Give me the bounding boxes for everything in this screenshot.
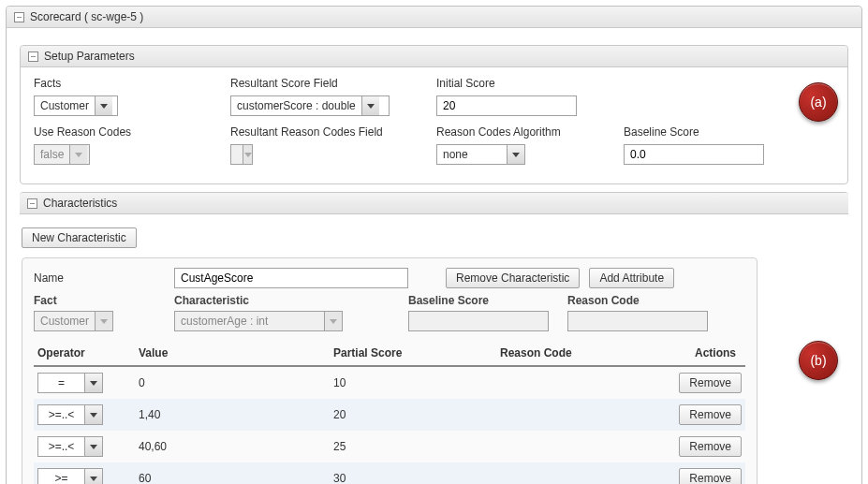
chevron-down-icon <box>84 437 102 456</box>
chevron-down-icon <box>84 405 102 424</box>
char-fact-value: Customer <box>35 312 95 330</box>
char-fact-label: Fact <box>34 294 174 307</box>
initial-score-label: Initial Score <box>436 77 605 90</box>
use-reason-codes-select: false <box>34 144 90 165</box>
operator-value: = <box>38 374 84 392</box>
scorecard-header: – Scorecard ( sc-wge-5 ) <box>7 7 861 28</box>
char-name-label: Name <box>34 271 174 285</box>
operator-select[interactable]: >=..< <box>37 436 103 457</box>
use-reason-codes-value: false <box>35 145 69 164</box>
reason-cell <box>496 462 648 484</box>
reason-algo-value: none <box>437 145 507 164</box>
characteristic-block: Name Remove Characteristic Add Attribute… <box>22 257 758 484</box>
facts-select[interactable]: Customer <box>34 95 118 116</box>
callout-b: (b) <box>799 341 838 380</box>
chevron-down-icon <box>243 145 252 164</box>
facts-label: Facts <box>34 77 212 90</box>
operator-value: >= <box>38 469 84 484</box>
remove-row-button[interactable]: Remove <box>679 404 742 425</box>
collapse-icon[interactable]: – <box>27 198 37 209</box>
value-cell: 0 <box>135 366 330 399</box>
col-reason: Reason Code <box>496 341 648 366</box>
collapse-icon[interactable]: – <box>14 12 24 22</box>
char-name-input[interactable] <box>174 268 408 288</box>
remove-row-button[interactable]: Remove <box>679 468 742 484</box>
value-cell: 1,40 <box>135 399 330 431</box>
chevron-down-icon <box>361 96 379 115</box>
facts-value: Customer <box>35 96 95 115</box>
reason-cell <box>496 366 648 399</box>
table-row: >=6030Remove <box>34 462 745 484</box>
char-char-label: Characteristic <box>174 294 408 307</box>
chevron-down-icon <box>84 469 102 484</box>
char-baseline-label: Baseline Score <box>408 294 567 307</box>
remove-row-button[interactable]: Remove <box>679 436 742 457</box>
callout-a: (a) <box>799 82 838 122</box>
use-reason-codes-label: Use Reason Codes <box>34 125 212 139</box>
char-char-select: customerAge : int <box>174 311 343 331</box>
baseline-label: Baseline Score <box>624 125 773 139</box>
partial-cell: 30 <box>330 462 496 484</box>
table-row: >=..<1,4020Remove <box>34 399 745 431</box>
reason-algo-select[interactable]: none <box>436 144 525 165</box>
operator-select[interactable]: = <box>37 373 103 393</box>
col-operator: Operator <box>34 341 135 366</box>
char-char-value: customerAge : int <box>175 312 324 330</box>
resultant-score-label: Resultant Score Field <box>230 77 418 90</box>
operator-select[interactable]: >= <box>37 468 103 484</box>
characteristics-panel: – Characteristics <box>20 192 848 214</box>
new-characteristic-button[interactable]: New Characteristic <box>22 227 137 248</box>
value-cell: 40,60 <box>135 431 330 462</box>
table-row: =010Remove <box>34 366 745 399</box>
partial-cell: 25 <box>330 431 496 462</box>
operator-value: >=..< <box>38 405 84 424</box>
col-partial: Partial Score <box>330 341 496 366</box>
value-cell: 60 <box>135 462 330 484</box>
char-fact-select: Customer <box>34 311 113 331</box>
remove-characteristic-button[interactable]: Remove Characteristic <box>446 268 580 288</box>
scorecard-title: Scorecard ( sc-wge-5 ) <box>30 10 143 23</box>
col-value: Value <box>135 341 330 366</box>
characteristics-title: Characteristics <box>43 197 117 210</box>
remove-row-button[interactable]: Remove <box>679 373 742 393</box>
resultant-reason-select <box>230 144 253 165</box>
chevron-down-icon <box>324 312 342 330</box>
resultant-reason-label: Resultant Reason Codes Field <box>230 125 418 139</box>
reason-cell <box>496 399 648 431</box>
collapse-icon[interactable]: – <box>28 51 38 62</box>
col-actions: Actions <box>648 341 745 366</box>
reason-cell <box>496 431 648 462</box>
resultant-reason-value <box>231 145 243 164</box>
baseline-input[interactable] <box>624 144 764 165</box>
operator-select[interactable]: >=..< <box>37 404 103 425</box>
setup-header: – Setup Parameters <box>21 46 847 67</box>
initial-score-input[interactable] <box>436 95 577 116</box>
table-row: >=..<40,6025Remove <box>34 431 745 462</box>
char-baseline-input <box>408 311 549 331</box>
chevron-down-icon <box>84 374 102 392</box>
setup-panel: – Setup Parameters Facts Customer <box>20 45 848 184</box>
chevron-down-icon <box>507 145 524 164</box>
characteristics-header: – Characteristics <box>20 193 848 214</box>
chevron-down-icon <box>69 145 87 164</box>
char-reason-label: Reason Code <box>567 294 717 307</box>
add-attribute-button[interactable]: Add Attribute <box>589 268 674 288</box>
partial-cell: 10 <box>330 366 496 399</box>
setup-title: Setup Parameters <box>44 50 135 63</box>
attributes-table: Operator Value Partial Score Reason Code… <box>34 341 745 484</box>
reason-algo-label: Reason Codes Algorithm <box>436 125 605 139</box>
char-reason-input <box>567 311 708 331</box>
operator-value: >=..< <box>38 437 84 456</box>
chevron-down-icon <box>95 312 112 330</box>
resultant-score-select[interactable]: customerScore : double <box>230 95 390 116</box>
chevron-down-icon <box>95 96 112 115</box>
scorecard-panel: – Scorecard ( sc-wge-5 ) – Setup Paramet… <box>6 6 862 484</box>
resultant-score-value: customerScore : double <box>231 96 361 115</box>
partial-cell: 20 <box>330 399 496 431</box>
